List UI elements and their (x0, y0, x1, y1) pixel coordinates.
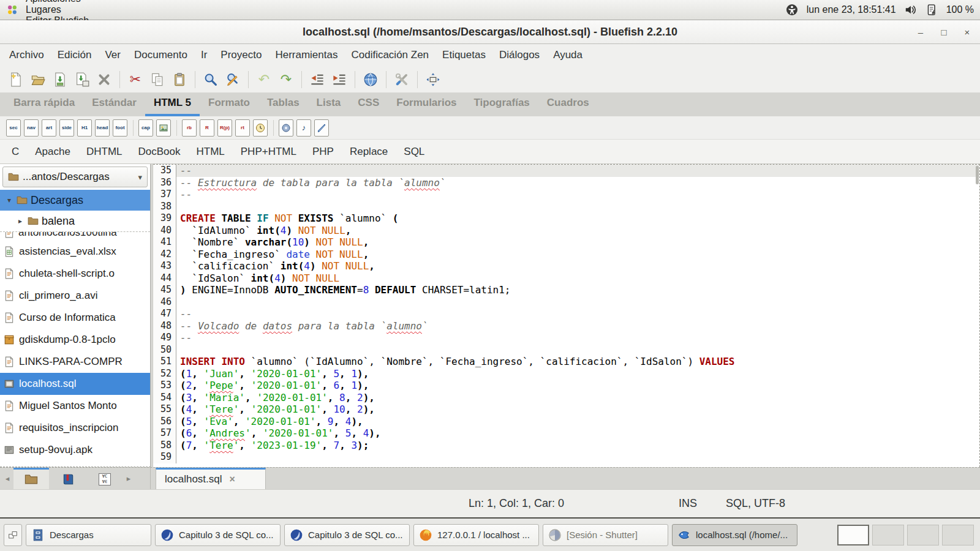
lang-tab-php-plushtml[interactable]: PHP+HTML (233, 146, 304, 158)
browser-preview-icon[interactable] (360, 69, 381, 90)
minimize-button[interactable]: – (914, 27, 927, 37)
lang-tab-docbook[interactable]: DocBook (130, 146, 189, 158)
redo-icon[interactable]: ↷ (276, 69, 296, 90)
menu-ir[interactable]: Ir (194, 44, 214, 66)
scrollbar-thumb[interactable] (976, 166, 979, 184)
aside-icon[interactable]: side (59, 119, 74, 137)
close-doc-icon[interactable] (94, 69, 115, 90)
ruby-rp-icon[interactable]: R(p) (217, 119, 232, 137)
fullscreen-icon[interactable] (423, 69, 443, 90)
ruby-rb-icon[interactable]: R (200, 119, 214, 137)
file-item-miguel-santos-monto[interactable]: Miguel Santos Monto (0, 395, 150, 417)
menu-etiquetas[interactable]: Etiquetas (435, 44, 492, 66)
editor-scrollbar[interactable] (975, 165, 979, 467)
quickbar-tab-formato[interactable]: Formato (200, 92, 258, 116)
taskbar-button-capitulo-3-de-sql-co[interactable]: Capitulo 3 de SQL co... (284, 524, 410, 546)
ruby-icon[interactable]: rb (182, 119, 197, 137)
taskbar-button-127-0-0-1-localhost[interactable]: 127.0.0.1 / localhost ... (413, 524, 539, 546)
menu-diálogos[interactable]: Diálogos (492, 44, 546, 66)
quickbar-tab-html-5[interactable]: HTML 5 (145, 92, 200, 116)
code-editor[interactable]: 35--36-- Estructura de tabla para la tab… (153, 164, 980, 467)
menu-codificación-zen[interactable]: Codificación Zen (344, 44, 435, 66)
window-titlebar[interactable]: localhost.sql (/home/msantos/Descargas/l… (0, 20, 980, 44)
header-icon[interactable]: head (95, 119, 110, 137)
tab-scroll-right-icon[interactable]: ▸ (124, 468, 134, 489)
expander-icon[interactable]: ▾ (5, 196, 13, 204)
maximize-button[interactable]: □ (937, 27, 951, 37)
panel-menu-aplicaciones[interactable]: Aplicaciones (18, 0, 96, 4)
filebrowser-tab[interactable] (13, 468, 49, 489)
workspace-3[interactable] (907, 525, 939, 545)
menu-edición[interactable]: Edición (51, 44, 99, 66)
audio-icon[interactable] (279, 119, 293, 137)
lang-tab-apache[interactable]: Apache (27, 146, 78, 158)
lang-tab-html[interactable]: HTML (189, 146, 233, 158)
lang-tab-c[interactable]: C (4, 146, 27, 158)
show-desktop-button[interactable] (4, 524, 22, 546)
workspace-4[interactable] (942, 525, 974, 545)
taskbar-button-capitulo-3-de-sql-co[interactable]: Capitulo 3 de SQL co... (155, 524, 281, 546)
find-replace-icon[interactable] (222, 69, 243, 90)
save-icon[interactable] (50, 69, 70, 90)
file-item-asistencias-eval-xlsx[interactable]: asistencias_eval.xlsx (0, 241, 150, 263)
volume-icon[interactable] (905, 4, 917, 16)
file-item-gdiskdump-0-8-1pclo[interactable]: gdiskdump-0.8-1pclo (0, 329, 150, 351)
file-item-cli-primero-a-avi[interactable]: cli_primero_a.avi (0, 285, 150, 307)
lang-tab-sql[interactable]: SQL (396, 146, 432, 158)
expander-icon[interactable]: ▸ (16, 217, 24, 225)
file-item-localhost-sql[interactable]: localhost.sql (0, 373, 150, 395)
tab-scroll-left-icon[interactable]: ◂ (2, 468, 12, 489)
time-icon[interactable] (253, 119, 268, 137)
file-item-setup-9ovuj-apk[interactable]: setup-9ovuj.apk (0, 439, 150, 461)
music-icon[interactable]: ♪ (296, 119, 311, 137)
lang-tab-replace[interactable]: Replace (342, 146, 396, 158)
menu-documento[interactable]: Documento (127, 44, 194, 66)
charmap-tab[interactable]: ∀C∀∈ (87, 468, 123, 489)
nav-icon[interactable]: nav (24, 119, 39, 137)
new-file-icon[interactable] (6, 69, 26, 90)
tab-close-icon[interactable]: × (230, 474, 235, 485)
save-as-icon[interactable] (72, 69, 92, 90)
quickbar-tab-tipografías[interactable]: Tipografías (466, 92, 538, 116)
article-icon[interactable]: art (42, 119, 56, 137)
bookmarks-tab[interactable] (50, 468, 86, 489)
quickbar-tab-tablas[interactable]: Tablas (258, 92, 308, 116)
tree-item-balena[interactable]: ▸balena (0, 211, 150, 231)
caption-icon[interactable]: cap (138, 119, 153, 137)
quickbar-tab-css[interactable]: CSS (349, 92, 388, 116)
preferences-icon[interactable] (391, 69, 412, 90)
cut-icon[interactable]: ✂ (125, 69, 146, 90)
unindent-icon[interactable] (307, 69, 328, 90)
menu-archivo[interactable]: Archivo (2, 44, 51, 66)
taskbar-button-sesi-n-shutter[interactable]: [Sesión - Shutter] (543, 524, 668, 546)
menu-ayuda[interactable]: Ayuda (546, 44, 589, 66)
file-item-links-para-compr[interactable]: LINKS-PARA-COMPR (0, 351, 150, 373)
tree-item-descargas[interactable]: ▾Descargas (0, 190, 150, 211)
battery-icon[interactable] (925, 4, 938, 16)
figure-icon[interactable] (156, 119, 171, 137)
indent-icon[interactable] (329, 69, 350, 90)
file-item-curso-de-informatica[interactable]: Curso de Informatica (0, 307, 150, 329)
footer-icon[interactable]: foot (113, 119, 127, 137)
taskbar-button-descargas[interactable]: Descargas (26, 524, 151, 546)
directory-dropdown[interactable]: ...antos/Descargas ▾ (2, 167, 148, 187)
close-button[interactable]: × (960, 27, 974, 37)
quickbar-tab-formularios[interactable]: Formularios (388, 92, 465, 116)
quickbar-tab-estándar[interactable]: Estándar (83, 92, 145, 116)
menu-ver[interactable]: Ver (98, 44, 127, 66)
undo-icon[interactable]: ↶ (254, 69, 274, 90)
distro-logo-icon[interactable] (6, 4, 18, 16)
quickbar-tab-lista[interactable]: Lista (308, 92, 350, 116)
quickbar-tab-cuadros[interactable]: Cuadros (538, 92, 598, 116)
lang-tab-php[interactable]: PHP (304, 146, 342, 158)
clock[interactable]: lun ene 23, 18:51:41 (807, 4, 896, 15)
open-file-icon[interactable] (28, 69, 48, 90)
menu-herramientas[interactable]: Herramientas (268, 44, 344, 66)
menu-proyecto[interactable]: Proyecto (214, 44, 268, 66)
accessibility-icon[interactable] (786, 4, 798, 16)
file-list-clipped-item[interactable]: antoniocarlos100tlina (0, 231, 150, 241)
quickbar-tab-barra-rápida[interactable]: Barra rápida (5, 92, 83, 116)
paste-icon[interactable] (169, 69, 190, 90)
document-tab[interactable]: localhost.sql × (156, 468, 266, 489)
workspace-2[interactable] (872, 525, 904, 545)
